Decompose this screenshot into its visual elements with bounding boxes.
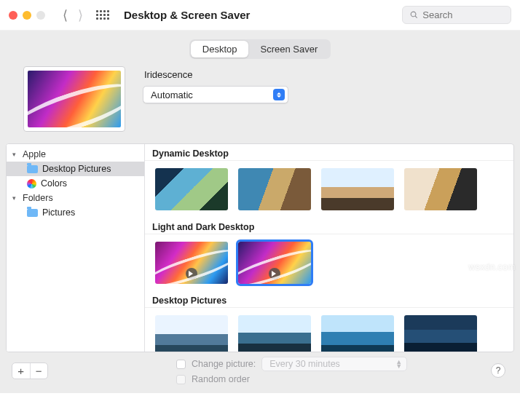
tab-segment: Desktop Screen Saver	[189, 39, 331, 59]
change-picture-checkbox[interactable]	[176, 360, 186, 369]
section-desktop-pictures: Desktop Pictures	[145, 291, 513, 308]
add-source-button[interactable]: +	[12, 363, 30, 379]
sidebar-group-apple[interactable]: ▾ Apple	[7, 147, 144, 162]
watermark: wsxdn.com	[468, 262, 516, 272]
wallpaper-browser[interactable]: Dynamic Desktop Light and Dark Desktop D…	[145, 144, 513, 352]
help-button[interactable]: ?	[491, 363, 505, 378]
change-picture-label: Change picture:	[192, 359, 256, 369]
appearance-mode-value: Automatic	[151, 90, 193, 100]
close-window-button[interactable]	[9, 11, 17, 20]
sidebar-item-colors[interactable]: Colors	[7, 176, 144, 191]
search-field[interactable]	[402, 6, 511, 24]
dynamic-badge-icon	[269, 268, 280, 280]
tabs-row: Desktop Screen Saver	[6, 31, 514, 66]
show-all-prefs-button[interactable]	[96, 10, 109, 20]
wallpaper-thumb[interactable]	[238, 168, 311, 210]
random-order-checkbox	[176, 375, 186, 384]
remove-source-button[interactable]: −	[30, 363, 48, 379]
wallpaper-thumb[interactable]	[321, 168, 394, 210]
tab-desktop[interactable]: Desktop	[191, 41, 249, 58]
wallpaper-thumb-selected[interactable]	[238, 242, 311, 284]
wallpaper-thumb[interactable]	[404, 168, 477, 210]
window-controls	[9, 11, 45, 20]
disclosure-icon: ▾	[12, 194, 20, 202]
updown-icon: ▲▼	[395, 360, 402, 368]
disclosure-icon: ▾	[12, 151, 20, 158]
add-remove-source: + −	[12, 362, 48, 379]
minimize-window-button[interactable]	[23, 11, 31, 20]
sidebar-group-folders[interactable]: ▾ Folders	[7, 191, 144, 205]
source-sidebar: ▾ Apple Desktop Pictures Colors ▾ Folder…	[7, 144, 145, 352]
sidebar-item-desktop-pictures[interactable]: Desktop Pictures	[7, 162, 144, 176]
zoom-window-button	[36, 11, 45, 20]
updown-icon	[273, 89, 285, 100]
change-interval-popup: Every 30 minutes ▲▼	[261, 357, 407, 371]
wallpaper-thumb[interactable]	[155, 242, 228, 284]
section-light-dark: Light and Dark Desktop	[145, 218, 513, 234]
back-button[interactable]: ⟨	[63, 9, 68, 22]
window-title: Desktop & Screen Saver	[124, 9, 250, 21]
forward-button: ⟩	[78, 9, 83, 22]
folder-icon	[27, 209, 38, 217]
current-wallpaper-name: Iridescence	[144, 69, 500, 80]
search-icon	[410, 10, 418, 20]
appearance-mode-popup[interactable]: Automatic	[143, 86, 288, 103]
sidebar-item-pictures[interactable]: Pictures	[7, 205, 144, 220]
search-input[interactable]	[422, 9, 503, 20]
wallpaper-thumb[interactable]	[404, 315, 477, 352]
current-wallpaper-preview	[23, 66, 125, 132]
nav-buttons: ⟨ ⟩	[63, 9, 83, 22]
folder-icon	[27, 165, 38, 173]
color-wheel-icon	[27, 179, 36, 189]
wallpaper-thumb[interactable]	[321, 315, 394, 352]
dynamic-badge-icon	[186, 268, 197, 280]
section-dynamic-desktop: Dynamic Desktop	[145, 144, 513, 161]
wallpaper-thumb[interactable]	[155, 168, 228, 210]
titlebar: ⟨ ⟩ Desktop & Screen Saver	[0, 0, 520, 31]
random-order-label: Random order	[192, 374, 250, 384]
wallpaper-thumb[interactable]	[155, 315, 228, 352]
wallpaper-thumb[interactable]	[238, 315, 311, 352]
tab-screensaver[interactable]: Screen Saver	[248, 41, 329, 58]
